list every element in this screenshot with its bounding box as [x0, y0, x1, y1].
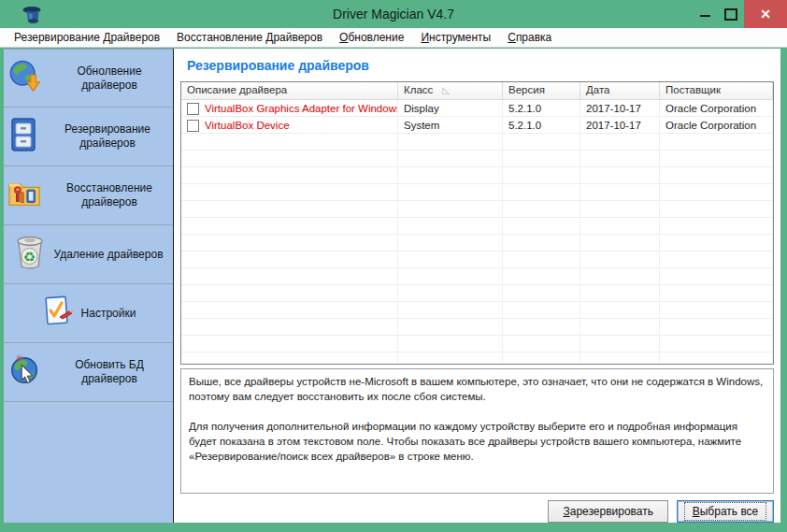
table-cell	[660, 134, 773, 150]
menu-item-driver-restore[interactable]: Восстановление Драйверов	[168, 29, 331, 46]
info-paragraph: Для получения дополнительной информации …	[189, 419, 766, 464]
close-button[interactable]: ✕	[744, 0, 787, 28]
column-header-class[interactable]: Класс◺	[398, 82, 503, 99]
table-row	[181, 302, 773, 319]
table-cell	[398, 184, 503, 200]
sidebar-item-backup-drivers[interactable]: Резервирование драйверов	[4, 108, 173, 166]
table-cell	[398, 218, 503, 234]
table-cell	[580, 268, 660, 284]
table-cell: Display	[398, 100, 503, 116]
table-cell	[660, 218, 773, 234]
table-row	[181, 252, 773, 268]
window-title: Driver Magician V4.7	[0, 7, 787, 22]
row-checkbox[interactable]	[187, 120, 199, 132]
table-row[interactable]: VirtualBox DeviceSystem5.2.1.02017-10-17…	[181, 117, 773, 134]
minimize-button[interactable]	[692, 0, 718, 28]
table-cell	[503, 268, 580, 284]
table-row	[181, 235, 773, 252]
table-cell	[503, 285, 580, 301]
button-mnemonic: З	[563, 505, 569, 518]
menu-item-update[interactable]: Обновление	[331, 29, 412, 46]
table-cell	[660, 352, 773, 365]
svg-text:✳: ✳	[16, 352, 24, 364]
info-textarea[interactable]: Выше, все драйверы устройств не-Microsof…	[180, 368, 774, 494]
restore-folder-icon	[7, 177, 43, 214]
table-cell	[503, 319, 580, 335]
table-cell	[660, 235, 773, 251]
table-cell	[660, 319, 773, 335]
table-row	[181, 268, 773, 285]
column-header-description[interactable]: Описание драйвера	[181, 82, 398, 99]
sidebar-item-update-drivers[interactable]: Обнолвение драйверов	[4, 49, 173, 108]
table-row	[181, 184, 773, 201]
table-cell	[503, 235, 580, 251]
table-cell	[398, 134, 503, 150]
column-label: Класс	[404, 84, 433, 95]
table-cell	[580, 235, 660, 251]
menu-item-help[interactable]: Справка	[499, 29, 560, 46]
column-header-vendor[interactable]: Поставщик	[660, 82, 773, 99]
table-cell: System	[398, 117, 503, 133]
backup-button[interactable]: Зарезервировать	[548, 500, 668, 523]
main-panel: Резервирование драйверов Описание драйве…	[174, 49, 780, 523]
sidebar-item-label: Обновить БД драйверов	[50, 358, 169, 386]
column-header-date[interactable]: Дата	[580, 82, 660, 99]
sidebar-item-label: Восстановление драйверов	[50, 181, 169, 209]
minimize-icon	[700, 15, 710, 17]
table-cell	[580, 319, 660, 335]
table-cell	[181, 268, 398, 284]
table-cell	[398, 336, 503, 352]
sort-indicator-icon: ◺	[442, 85, 450, 95]
table-cell	[181, 336, 398, 352]
select-all-button[interactable]: Выбрать все	[677, 500, 774, 523]
table-body: VirtualBox Graphics Adapter for Windows …	[181, 100, 773, 365]
table-cell	[181, 184, 398, 200]
menu-mnemonic: И	[421, 31, 429, 44]
backup-cabinet-icon	[7, 117, 39, 156]
globe-cursor-icon: ✳	[7, 352, 43, 392]
menu-label: Восстановление	[177, 31, 265, 44]
table-cell	[181, 167, 398, 183]
maximize-button[interactable]	[718, 0, 744, 28]
sidebar-item-label: Настройки	[81, 307, 136, 321]
table-cell	[580, 302, 660, 318]
sidebar-item-restore-drivers[interactable]: Восстановление драйверов	[4, 166, 173, 225]
table-row	[181, 167, 773, 184]
table-row	[181, 352, 773, 365]
table-cell	[181, 352, 398, 365]
menu-label: нструменты	[429, 31, 491, 44]
table-row	[181, 285, 773, 302]
table-row	[181, 218, 773, 235]
table-cell	[503, 184, 580, 200]
table-cell	[660, 268, 773, 284]
maximize-icon	[724, 8, 737, 21]
table-cell	[580, 134, 660, 150]
table-row	[181, 319, 773, 336]
row-checkbox[interactable]	[187, 103, 199, 115]
sidebar-item-delete-drivers[interactable]: ♻ Удаление драйверов	[4, 225, 173, 284]
table-cell	[503, 151, 580, 166]
settings-check-icon	[41, 295, 75, 332]
table-cell	[503, 134, 580, 150]
table-cell	[580, 167, 660, 183]
table-cell	[660, 252, 773, 267]
table-cell	[181, 319, 398, 335]
globe-update-icon	[7, 59, 43, 98]
menu-label: райверов	[273, 31, 322, 44]
menu-label: райверов	[110, 31, 160, 44]
sidebar-item-settings[interactable]: Настройки	[4, 284, 173, 343]
table-cell	[181, 218, 398, 234]
table-cell	[398, 151, 503, 166]
table-cell	[503, 352, 580, 365]
table-cell	[660, 285, 773, 301]
sidebar-item-update-driver-db[interactable]: ✳ Обновить БД драйверов	[4, 343, 173, 402]
table-cell	[181, 252, 398, 267]
column-header-version[interactable]: Версия	[503, 82, 580, 99]
column-label: Поставщик	[665, 84, 721, 95]
table-cell: 5.2.1.0	[503, 117, 580, 133]
table-cell	[398, 235, 503, 251]
menu-item-tools[interactable]: Инструменты	[412, 29, 499, 46]
menu-item-driver-backup[interactable]: Резервирование Драйверов	[6, 29, 168, 46]
table-cell	[398, 302, 503, 318]
table-row[interactable]: VirtualBox Graphics Adapter for Windows …	[181, 100, 773, 117]
